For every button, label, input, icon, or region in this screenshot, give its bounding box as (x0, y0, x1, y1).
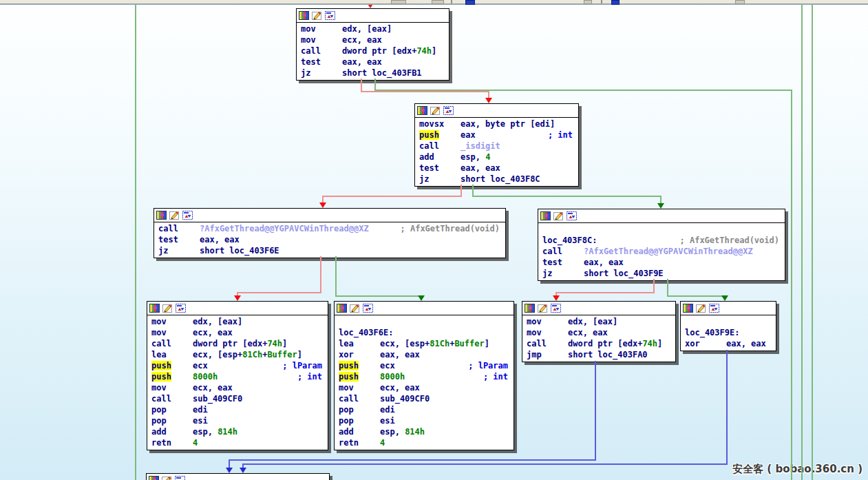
node-color-palette-icon[interactable] (156, 211, 167, 220)
instruction-line[interactable]: call?AfxGetThread@@YGPAVCWinThread@@XZ; … (154, 223, 505, 234)
node-title-bar[interactable] (681, 302, 776, 315)
graph-canvas[interactable]: movedx, [eax]movecx, eaxcalldword ptr [e… (0, 0, 868, 480)
instruction-line[interactable]: jmpshort loc_403FA0 (522, 349, 675, 360)
instruction-line[interactable]: callsub_409CF0 (335, 393, 514, 404)
instruction-line[interactable]: jzshort loc_403F9E (538, 268, 785, 279)
blank-line[interactable] (538, 224, 785, 235)
edit-node-icon[interactable] (169, 211, 180, 220)
node-vcall-jmp-403FA0[interactable]: movedx, [eax]movecx, eaxcalldword ptr [e… (522, 301, 676, 362)
node-afxgetthread-1[interactable]: call?AfxGetThread@@YGPAVCWinThread@@XZ; … (154, 208, 506, 258)
group-nodes-icon[interactable] (363, 304, 373, 313)
edit-node-icon[interactable] (162, 476, 172, 480)
instruction-line[interactable]: jzshort loc_403F6E (154, 245, 505, 256)
instruction-line[interactable]: call_isdigit (415, 140, 578, 152)
node-color-palette-icon[interactable] (525, 304, 535, 313)
label-line[interactable]: loc_403F9E: (681, 327, 776, 338)
mnemonic: xor (339, 350, 354, 359)
group-nodes-icon[interactable] (567, 211, 577, 220)
instruction-line[interactable]: retn4 (335, 437, 514, 448)
instruction-line[interactable]: testeax, eax (538, 257, 785, 268)
group-nodes-icon[interactable] (175, 476, 185, 480)
instruction-line[interactable]: pushecx; lParam (335, 360, 514, 371)
node-title-bar[interactable] (147, 474, 329, 480)
instruction-line[interactable]: xoreax, eax (335, 349, 514, 360)
node-title-bar[interactable] (147, 302, 328, 315)
node-isdigit-check[interactable]: movsxeax, byte ptr [edi]pusheax; intcall… (414, 103, 579, 187)
group-nodes-icon[interactable] (443, 106, 454, 115)
edit-node-icon[interactable] (162, 304, 173, 313)
instruction-line[interactable]: movecx, eax (335, 382, 514, 393)
node-title-bar[interactable] (538, 209, 785, 223)
node-title-bar[interactable] (297, 9, 449, 23)
instruction-line[interactable]: leaecx, [esp+81Ch+Buffer] (335, 338, 514, 349)
instruction-line[interactable]: movedx, [eax] (147, 316, 328, 327)
node-color-palette-icon[interactable] (417, 106, 427, 115)
instruction-line[interactable]: jzshort loc_403F8C (415, 174, 578, 185)
instruction-line[interactable]: callsub_409CF0 (147, 393, 328, 404)
group-nodes-icon[interactable] (176, 304, 186, 313)
instruction-line[interactable]: popesi (147, 415, 328, 426)
instruction-line[interactable]: testeax, eax (415, 163, 578, 174)
instruction-line[interactable]: retn4 (147, 437, 328, 448)
instruction-line[interactable]: pushecx; lParam (147, 360, 328, 371)
instruction-line[interactable]: call?AfxGetThread@@YGPAVCWinThread@@XZ (538, 246, 785, 257)
edit-node-icon[interactable] (350, 304, 360, 313)
instruction-line[interactable]: addesp, 814h (335, 426, 514, 437)
instruction-line[interactable]: addesp, 814h (147, 426, 328, 437)
edit-node-icon[interactable] (538, 304, 548, 313)
instruction-line[interactable]: push8000h; int (335, 371, 514, 382)
group-nodes-icon[interactable] (709, 304, 719, 313)
edit-node-icon[interactable] (553, 211, 564, 220)
node-title-bar[interactable] (335, 302, 514, 315)
instruction-line[interactable]: testeax, eax (154, 234, 505, 245)
group-nodes-icon[interactable] (325, 11, 335, 20)
node-color-palette-icon[interactable] (540, 211, 551, 220)
node-loc-403F8C[interactable]: loc_403F8C:; AfxGetThread(void)call?AfxG… (538, 209, 785, 281)
group-nodes-icon[interactable] (182, 211, 193, 220)
instruction-line[interactable]: popedi (147, 404, 328, 415)
node-color-palette-icon[interactable] (149, 304, 160, 313)
group-nodes-icon[interactable] (551, 304, 561, 313)
instruction-line[interactable]: movecx, eax (147, 382, 328, 393)
instruction-line[interactable]: push8000h; int (147, 371, 328, 382)
instruction-line[interactable]: popedi (335, 404, 514, 415)
node-loc-403F9E[interactable]: loc_403F9E:xoreax, eax (680, 301, 776, 351)
node-title-bar[interactable] (415, 104, 578, 118)
instruction-line[interactable]: testeax, eax (297, 56, 449, 67)
node-body: loc_403F9E:xoreax, eax (681, 315, 776, 351)
node-color-palette-icon[interactable] (683, 304, 693, 313)
instruction-line[interactable]: calldword ptr [edx+74h] (147, 338, 328, 349)
code-segment: esp, (193, 427, 218, 437)
edit-node-icon[interactable] (696, 304, 706, 313)
instruction-line[interactable]: movsxeax, byte ptr [edi] (415, 118, 578, 129)
instruction-line[interactable]: jzshort loc_403FB1 (297, 67, 449, 79)
node-loc-403F6E[interactable]: loc_403F6E:leaecx, [esp+81Ch+Buffer]xore… (334, 301, 514, 450)
label-line[interactable]: loc_403F6E: (335, 327, 514, 338)
instruction-line[interactable]: calldword ptr [edx+74h] (297, 45, 449, 56)
node-color-palette-icon[interactable] (149, 476, 159, 480)
instruction-line[interactable]: xoreax, eax (681, 338, 776, 349)
instruction-line[interactable]: movecx, eax (297, 34, 449, 45)
edit-node-icon[interactable] (430, 106, 441, 115)
instruction-line[interactable]: popesi (335, 415, 514, 426)
instruction-line[interactable]: movedx, [eax] (297, 23, 449, 34)
instruction-line[interactable]: movecx, eax (522, 327, 675, 338)
instruction-line[interactable]: addesp, 4 (415, 152, 578, 163)
instruction-line[interactable]: movedx, [eax] (522, 316, 675, 327)
instruction-line[interactable]: calldword ptr [edx+74h] (522, 338, 675, 349)
node-loc-403FA0-partial[interactable] (146, 473, 330, 480)
node-vcall-sub409CF0-ret[interactable]: movedx, [eax]movecx, eaxcalldword ptr [e… (147, 301, 328, 450)
label-line[interactable]: loc_403F8C:; AfxGetThread(void) (538, 235, 785, 246)
node-title-bar[interactable] (154, 209, 505, 222)
instruction-line[interactable]: movecx, eax (147, 327, 328, 338)
node-title-bar[interactable] (522, 302, 675, 315)
instruction-line[interactable]: pusheax; int (415, 129, 578, 140)
node-color-palette-icon[interactable] (299, 11, 309, 20)
node-virtual-call-entry[interactable]: movedx, [eax]movecx, eaxcalldword ptr [e… (296, 8, 449, 81)
edit-node-icon[interactable] (312, 11, 322, 20)
mnemonic-column: call (151, 338, 193, 349)
instruction-line[interactable]: leaecx, [esp+81Ch+Buffer] (147, 349, 328, 360)
blank-line[interactable] (681, 316, 776, 327)
node-color-palette-icon[interactable] (337, 304, 347, 313)
blank-line[interactable] (335, 316, 514, 327)
